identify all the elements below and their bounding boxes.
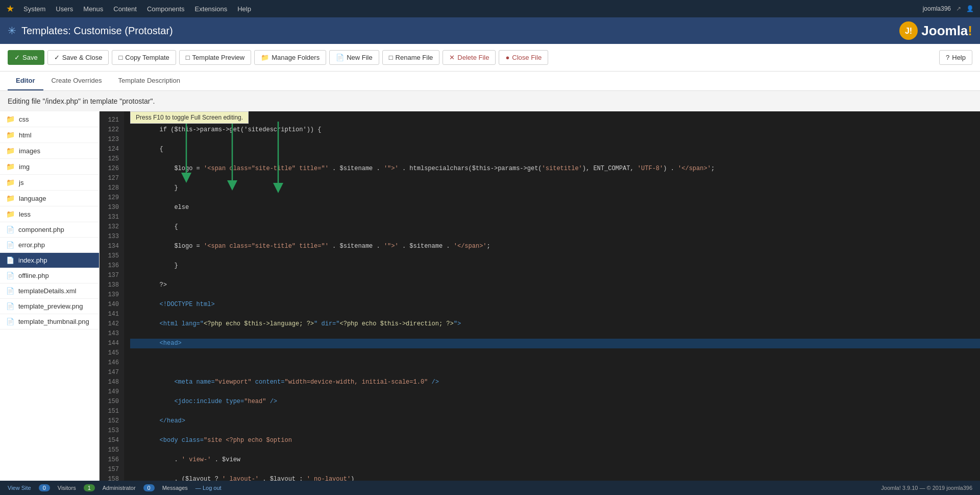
nav-users[interactable]: Users (51, 0, 78, 17)
save-icon: ✓ (14, 54, 20, 61)
messages-label: Messages (162, 485, 188, 491)
sidebar-item-template-preview[interactable]: 📄 template_preview.png (0, 299, 99, 314)
sidebar-item-component-php[interactable]: 📄 component.php (0, 222, 99, 238)
delete-icon: ✕ (449, 54, 455, 61)
code-editor[interactable]: 121 122 123 124 125 126 127 128 129 130 … (100, 111, 980, 481)
code-line-137: <body class="site <?php echo $option (130, 436, 980, 445)
file-sidebar: 📁 css 📁 html 📁 images 📁 img 📁 js 📁 langu… (0, 111, 100, 481)
user-icon: 👤 (966, 5, 974, 12)
admin-badge: 1 (84, 484, 95, 491)
top-nav-right: joomla396 ↗ 👤 (923, 5, 974, 12)
sidebar-item-images[interactable]: 📁 images (0, 143, 99, 159)
close-file-label: Close File (512, 54, 542, 61)
visitors-badge: 0 (39, 484, 50, 491)
sidebar-item-html[interactable]: 📁 html (0, 127, 99, 143)
sidebar-item-css[interactable]: 📁 css (0, 111, 99, 127)
logout-link[interactable]: — Log out (195, 485, 222, 491)
current-user[interactable]: joomla396 (923, 5, 951, 12)
code-line-132: <head> (130, 339, 980, 348)
sidebar-item-img[interactable]: 📁 img (0, 159, 99, 175)
save-label: Save (22, 54, 38, 61)
sidebar-item-error-php[interactable]: 📄 error.php (0, 238, 99, 253)
save-close-label: Save & Close (62, 54, 103, 61)
help-label: Help (952, 54, 966, 61)
sidebar-label-images: images (19, 147, 40, 155)
joomla-logo-text: Joomla! (921, 23, 972, 39)
code-line-123: $logo = '<span class="site-title" title=… (130, 164, 980, 174)
sidebar-item-offline-php[interactable]: 📄 offline.php (0, 268, 99, 284)
sidebar-label-html: html (19, 131, 32, 139)
delete-file-button[interactable]: ✕ Delete File (443, 50, 496, 65)
sidebar-item-language[interactable]: 📁 language (0, 191, 99, 206)
sidebar-item-template-thumbnail[interactable]: 📄 template_thumbnail.png (0, 314, 99, 329)
sidebar-label-less: less (19, 210, 31, 218)
file-icon-index: 📄 (6, 256, 14, 264)
preview-icon: □ (186, 54, 190, 61)
nav-extensions[interactable]: Extensions (190, 0, 233, 17)
nav-help[interactable]: Help (232, 0, 256, 17)
page-header-left: ✳ Templates: Customise (Protostar) (8, 25, 173, 37)
code-line-129: ?> (130, 280, 980, 290)
folder-icon-less: 📁 (6, 210, 15, 218)
new-file-button[interactable]: 📄 New File (329, 50, 379, 65)
manage-folders-button[interactable]: 📁 Manage Folders (254, 50, 326, 65)
code-line-125: else (130, 203, 980, 213)
external-link-icon: ↗ (956, 5, 961, 12)
tab-bar: Editor Create Overrides Template Descrip… (0, 72, 980, 91)
sidebar-item-js[interactable]: 📁 js (0, 175, 99, 191)
sidebar-item-template-details[interactable]: 📄 templateDetails.xml (0, 284, 99, 299)
toolbar: ✓ Save ✓ Save & Close □ Copy Template □ … (0, 44, 980, 72)
help-button[interactable]: ? Help (939, 50, 972, 65)
nav-menus[interactable]: Menus (78, 0, 108, 17)
code-line-131: <html lang="<?php echo $this->language; … (130, 319, 980, 329)
save-close-button[interactable]: ✓ Save & Close (47, 50, 109, 65)
tab-editor[interactable]: Editor (8, 72, 43, 90)
code-editor-area: Press F10 to toggle Full Screen editing.… (100, 111, 980, 481)
save-button[interactable]: ✓ Save (8, 50, 44, 65)
sidebar-item-less[interactable]: 📁 less (0, 206, 99, 222)
sidebar-label-component: component.php (18, 226, 64, 233)
close-file-button[interactable]: ● Close File (499, 50, 548, 65)
save-close-icon: ✓ (54, 54, 60, 61)
sidebar-label-js: js (19, 179, 23, 186)
tab-template-description[interactable]: Template Description (110, 72, 188, 90)
folder-icon-html: 📁 (6, 131, 15, 139)
template-preview-button[interactable]: □ Template Preview (179, 50, 251, 65)
file-icon-preview: 📄 (6, 302, 14, 310)
version-info: Joomla! 3.9.10 — © 2019 joomla396 (881, 485, 972, 491)
code-content[interactable]: if ($this->params->get('sitedescription'… (124, 111, 980, 481)
file-icon-error: 📄 (6, 241, 14, 249)
sidebar-label-language: language (19, 195, 46, 202)
code-line-124: } (130, 183, 980, 193)
code-line-126: { (130, 222, 980, 232)
svg-text:J!: J! (905, 27, 912, 35)
code-line-135: <jdoc:include type="head" /> (130, 397, 980, 407)
tooltip-bar: Press F10 to toggle Full Screen editing. (130, 111, 249, 124)
code-line-133 (130, 358, 980, 368)
tab-create-overrides[interactable]: Create Overrides (43, 72, 110, 90)
rename-file-button[interactable]: □ Rename File (382, 50, 440, 65)
nav-system[interactable]: System (18, 0, 51, 17)
view-site-link[interactable]: View Site (8, 485, 31, 491)
messages-badge: 0 (143, 484, 155, 491)
nav-star-icon: ★ (6, 3, 14, 14)
line-numbers: 121 122 123 124 125 126 127 128 129 130 … (100, 111, 124, 481)
nav-content[interactable]: Content (108, 0, 142, 17)
close-icon: ● (505, 54, 509, 61)
new-file-label: New File (347, 54, 373, 61)
folder-icon-js: 📁 (6, 178, 15, 186)
visitors-label: Visitors (58, 485, 76, 491)
copy-template-button[interactable]: □ Copy Template (112, 50, 176, 65)
sidebar-label-thumbnail: template_thumbnail.png (18, 318, 89, 325)
sidebar-item-index-php[interactable]: 📄 index.php (0, 253, 99, 268)
joomla-flame-icon: J! (899, 21, 918, 40)
folder-icon-css: 📁 (6, 115, 15, 123)
nav-components[interactable]: Components (142, 0, 190, 17)
joomla-logo: J! Joomla! (899, 21, 972, 40)
sidebar-label-img: img (19, 163, 30, 171)
file-icon-component: 📄 (6, 226, 14, 233)
status-bar: View Site 0 Visitors 1 Administrator 0 M… (0, 481, 980, 495)
folder-icon-images: 📁 (6, 147, 15, 155)
copy-icon: □ (118, 54, 122, 61)
code-line-138: . ' view-' . $view (130, 455, 980, 465)
